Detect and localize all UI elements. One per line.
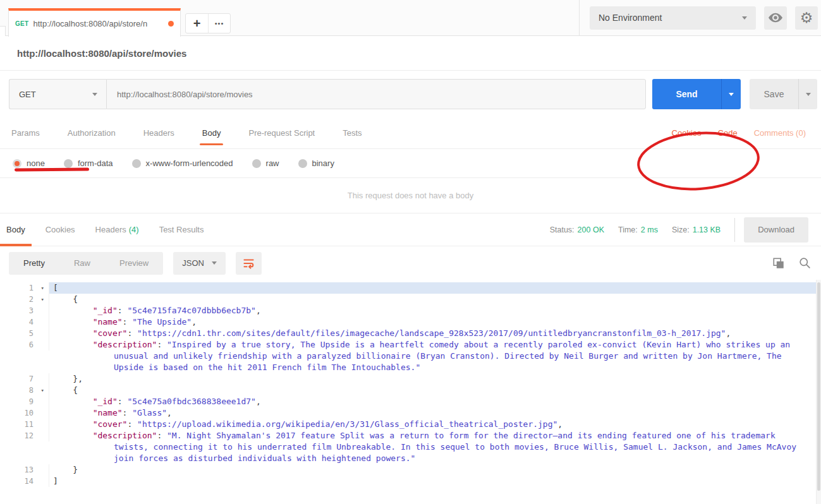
code-line: 1▾[ [0, 282, 821, 294]
request-title-row: http://localhost:8080/api/store/movies [0, 36, 821, 71]
comments-link[interactable]: Comments (0) [754, 128, 806, 138]
search-response-button[interactable] [799, 257, 811, 269]
tab-method-badge: GET [15, 20, 28, 27]
tab-authorization[interactable]: Authorization [68, 117, 116, 149]
request-title: http://localhost:8080/api/store/movies [17, 48, 186, 59]
code-line-content: { [49, 294, 821, 305]
status-value: 200 OK [578, 225, 604, 234]
line-number: 10 [0, 407, 49, 419]
tab-url-label: http://localhost:8080/api/store/n [33, 19, 164, 28]
tab-body[interactable]: Body [202, 117, 221, 149]
headers-count-badge: (4) [129, 225, 139, 234]
code-line: 8▾ { [0, 385, 821, 396]
environment-quick-look-button[interactable] [764, 6, 787, 30]
tab-params[interactable]: Params [11, 117, 40, 149]
line-number: 12 [0, 430, 49, 441]
code-line-content: "cover": "https://cdn1.thr.com/sites/def… [49, 328, 821, 339]
save-button[interactable]: Save [750, 79, 798, 109]
empty-body-message: This request does not have a body [348, 191, 473, 200]
scrollbar-thumb[interactable] [817, 282, 820, 491]
top-bar: GET http://localhost:8080/api/store/n + … [0, 0, 821, 36]
save-options-button[interactable] [798, 79, 817, 109]
tab-tests[interactable]: Tests [343, 117, 362, 149]
fold-caret-icon[interactable]: ▾ [41, 294, 44, 305]
tab-actions: + ••• [185, 13, 231, 33]
response-tab-headers[interactable]: Headers (4) [95, 213, 139, 246]
empty-body-row: This request does not have a body [0, 178, 821, 213]
response-scrollbar[interactable] [816, 280, 821, 504]
body-type-label: none [27, 159, 45, 168]
code-line: 3 "_id": "5c4e715fa74c07dbbb6ecb7b", [0, 305, 821, 316]
format-select-label: JSON [182, 258, 204, 268]
chevron-down-icon [742, 16, 747, 20]
code-line: 9 "_id": "5c4e75a0fbdc368838eee1d7", [0, 396, 821, 407]
line-number: 11 [0, 419, 49, 430]
view-preview[interactable]: Preview [105, 258, 163, 268]
radio-icon [252, 159, 261, 168]
code-link[interactable]: Code [718, 128, 738, 138]
wrap-lines-button[interactable] [236, 252, 262, 275]
code-line: 11 "cover": "https://upload.wikimedia.or… [0, 419, 821, 430]
send-options-button[interactable] [721, 79, 741, 109]
body-type-raw[interactable]: raw [252, 159, 279, 168]
code-line-content: "_id": "5c4e75a0fbdc368838eee1d7", [49, 396, 821, 407]
response-tab-body[interactable]: Body [6, 213, 25, 246]
environment-select[interactable]: No Environment [590, 6, 756, 30]
line-number: 13 [0, 464, 49, 476]
body-type-label: x-www-form-urlencoded [146, 159, 233, 168]
code-line-content: } [49, 464, 821, 476]
tab-pre-request-script[interactable]: Pre-request Script [248, 117, 315, 149]
tab-options-button[interactable]: ••• [208, 14, 230, 33]
radio-icon [298, 159, 307, 168]
response-body-code[interactable]: 1▾[2▾ {3 "_id": "5c4e715fa74c07dbbb6ecb7… [0, 280, 821, 504]
body-type-form-data[interactable]: form-data [64, 159, 113, 168]
body-type-row: none form-data x-www-form-urlencoded raw… [0, 149, 821, 178]
settings-button[interactable]: ⚙ [795, 6, 818, 30]
line-number: 9 [0, 396, 49, 407]
method-select-label: GET [19, 90, 92, 99]
new-tab-button[interactable]: + [186, 14, 208, 33]
search-icon [799, 257, 811, 269]
code-line-content: "cover": "https://upload.wikimedia.org/w… [49, 419, 821, 430]
url-input[interactable] [106, 79, 646, 109]
request-section-tabs: Params Authorization Headers Body Pre-re… [0, 117, 821, 149]
response-tab-test-results[interactable]: Test Results [159, 213, 204, 246]
body-type-x-www-form-urlencoded[interactable]: x-www-form-urlencoded [132, 159, 233, 168]
response-toolbar: Pretty Raw Preview JSON [0, 246, 821, 280]
response-tab-headers-label: Headers [95, 225, 126, 234]
request-builder-row: GET Send Save [0, 71, 821, 117]
send-button-group: Send [652, 79, 741, 109]
view-raw[interactable]: Raw [59, 258, 105, 268]
code-line-content: "_id": "5c4e715fa74c07dbbb6ecb7b", [49, 305, 821, 316]
method-select[interactable]: GET [9, 79, 106, 109]
fold-caret-icon[interactable]: ▾ [41, 385, 44, 396]
previous-tab-edge [0, 26, 6, 36]
line-number: 7 [0, 373, 49, 385]
cookies-link[interactable]: Cookies [672, 128, 702, 138]
time-label: Time: [618, 225, 638, 234]
send-button[interactable]: Send [652, 79, 721, 109]
format-select[interactable]: JSON [173, 252, 226, 275]
code-line: 14] [0, 476, 821, 487]
code-line: 12 "description": "M. Night Shyamalan's … [0, 430, 821, 464]
unsaved-dot-icon [168, 21, 174, 27]
fold-caret-icon[interactable]: ▾ [41, 282, 44, 294]
code-line-content: "description": "Inspired by a true story… [49, 339, 821, 373]
line-number: 5 [0, 328, 49, 339]
download-button[interactable]: Download [744, 217, 808, 243]
view-pretty[interactable]: Pretty [9, 258, 59, 268]
word-wrap-icon [242, 257, 255, 270]
copy-response-button[interactable] [772, 257, 785, 270]
code-line-content: }, [49, 373, 821, 385]
tab-headers[interactable]: Headers [143, 117, 174, 149]
body-type-label: raw [266, 159, 279, 168]
body-type-binary[interactable]: binary [298, 159, 334, 168]
line-number: 14 [0, 476, 49, 487]
response-tab-cookies[interactable]: Cookies [46, 213, 75, 246]
code-line-content: "name": "Glass", [49, 407, 821, 419]
request-tab[interactable]: GET http://localhost:8080/api/store/n [8, 8, 181, 37]
line-number: 3 [0, 305, 49, 316]
body-type-none[interactable]: none [13, 159, 45, 168]
status-label: Status: [550, 225, 575, 234]
code-line: 7 }, [0, 373, 821, 385]
